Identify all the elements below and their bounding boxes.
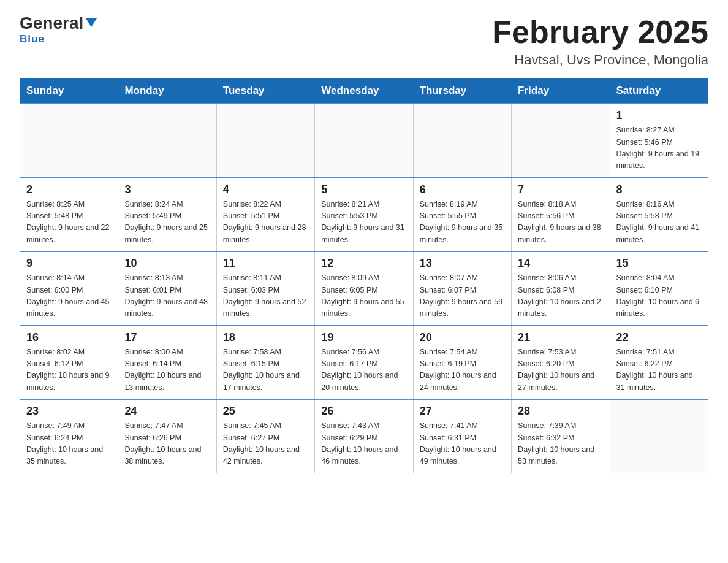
day-number: 15 [616,257,702,270]
day-info: Sunrise: 7:58 AMSunset: 6:15 PMDaylight:… [223,347,308,394]
calendar-cell: 5Sunrise: 8:21 AMSunset: 5:53 PMDaylight… [315,178,413,252]
day-number: 14 [518,257,603,270]
logo-general: General [20,15,83,32]
calendar-cell: 28Sunrise: 7:39 AMSunset: 6:32 PMDayligh… [512,399,610,473]
day-number: 25 [223,405,308,418]
day-info: Sunrise: 8:04 AMSunset: 6:10 PMDaylight:… [616,272,702,320]
day-info: Sunrise: 7:53 AMSunset: 6:20 PMDaylight:… [518,347,603,394]
day-number: 9 [26,257,112,270]
day-info: Sunrise: 8:00 AMSunset: 6:14 PMDaylight:… [124,347,210,394]
calendar-cell: 21Sunrise: 7:53 AMSunset: 6:20 PMDayligh… [512,326,610,400]
calendar-cell [216,104,314,178]
calendar-cell: 23Sunrise: 7:49 AMSunset: 6:24 PMDayligh… [20,399,118,473]
calendar-cell [610,399,708,473]
day-info: Sunrise: 7:56 AMSunset: 6:17 PMDaylight:… [321,347,406,394]
col-friday: Friday [512,79,610,104]
calendar-cell: 19Sunrise: 7:56 AMSunset: 6:17 PMDayligh… [315,326,413,400]
calendar-cell [315,104,413,178]
day-number: 6 [420,183,505,196]
day-info: Sunrise: 8:22 AMSunset: 5:51 PMDaylight:… [223,199,308,247]
day-info: Sunrise: 8:18 AMSunset: 5:56 PMDaylight:… [518,199,603,247]
calendar-cell: 11Sunrise: 8:11 AMSunset: 6:03 PMDayligh… [216,251,314,326]
calendar-cell: 13Sunrise: 8:07 AMSunset: 6:07 PMDayligh… [413,251,511,326]
calendar-cell: 15Sunrise: 8:04 AMSunset: 6:10 PMDayligh… [610,251,708,326]
day-number: 27 [420,405,505,418]
calendar-cell: 25Sunrise: 7:45 AMSunset: 6:27 PMDayligh… [216,399,314,473]
day-number: 22 [616,331,702,344]
calendar-cell: 12Sunrise: 8:09 AMSunset: 6:05 PMDayligh… [315,251,413,326]
logo-blue: Blue [20,33,45,45]
calendar-cell: 20Sunrise: 7:54 AMSunset: 6:19 PMDayligh… [413,326,511,400]
day-number: 21 [518,331,603,344]
calendar-cell [20,104,118,178]
calendar-cell: 4Sunrise: 8:22 AMSunset: 5:51 PMDaylight… [216,178,314,252]
calendar-header-row: Sunday Monday Tuesday Wednesday Thursday… [20,79,708,104]
day-number: 28 [518,405,603,418]
day-number: 5 [321,183,406,196]
day-info: Sunrise: 7:54 AMSunset: 6:19 PMDaylight:… [420,347,505,394]
day-info: Sunrise: 8:24 AMSunset: 5:49 PMDaylight:… [124,199,210,247]
calendar-cell: 1Sunrise: 8:27 AMSunset: 5:46 PMDaylight… [610,104,708,178]
day-info: Sunrise: 8:21 AMSunset: 5:53 PMDaylight:… [321,199,406,247]
day-info: Sunrise: 7:43 AMSunset: 6:29 PMDaylight:… [321,420,406,468]
calendar-week-row: 2Sunrise: 8:25 AMSunset: 5:48 PMDaylight… [20,178,708,252]
calendar-subtitle: Havtsal, Uvs Province, Mongolia [492,52,708,68]
calendar-cell [118,104,216,178]
page-header: General Blue February 2025 Havtsal, Uvs … [20,15,708,68]
day-number: 12 [321,257,406,270]
calendar-cell: 8Sunrise: 8:16 AMSunset: 5:58 PMDaylight… [610,178,708,252]
day-info: Sunrise: 8:16 AMSunset: 5:58 PMDaylight:… [616,199,702,247]
calendar-cell: 22Sunrise: 7:51 AMSunset: 6:22 PMDayligh… [610,326,708,400]
calendar-table: Sunday Monday Tuesday Wednesday Thursday… [20,78,708,473]
calendar-week-row: 23Sunrise: 7:49 AMSunset: 6:24 PMDayligh… [20,399,708,473]
day-number: 3 [124,183,210,196]
day-info: Sunrise: 8:19 AMSunset: 5:55 PMDaylight:… [420,199,505,247]
day-number: 24 [124,405,210,418]
day-number: 11 [223,257,308,270]
day-number: 4 [223,183,308,196]
day-info: Sunrise: 8:06 AMSunset: 6:08 PMDaylight:… [518,272,603,320]
day-number: 2 [26,183,112,196]
calendar-cell: 3Sunrise: 8:24 AMSunset: 5:49 PMDaylight… [118,178,216,252]
col-tuesday: Tuesday [216,79,314,104]
day-info: Sunrise: 7:39 AMSunset: 6:32 PMDaylight:… [518,420,603,468]
day-number: 20 [420,331,505,344]
calendar-cell: 9Sunrise: 8:14 AMSunset: 6:00 PMDaylight… [20,251,118,326]
svg-marker-0 [86,18,97,27]
calendar-cell: 2Sunrise: 8:25 AMSunset: 5:48 PMDaylight… [20,178,118,252]
calendar-week-row: 1Sunrise: 8:27 AMSunset: 5:46 PMDaylight… [20,104,708,178]
day-info: Sunrise: 7:41 AMSunset: 6:31 PMDaylight:… [420,420,505,468]
calendar-week-row: 16Sunrise: 8:02 AMSunset: 6:12 PMDayligh… [20,326,708,400]
calendar-cell: 16Sunrise: 8:02 AMSunset: 6:12 PMDayligh… [20,326,118,400]
calendar-title: February 2025 [492,15,708,50]
day-number: 19 [321,331,406,344]
day-info: Sunrise: 8:07 AMSunset: 6:07 PMDaylight:… [420,272,505,320]
day-info: Sunrise: 8:13 AMSunset: 6:01 PMDaylight:… [124,272,210,320]
col-wednesday: Wednesday [315,79,413,104]
day-info: Sunrise: 7:51 AMSunset: 6:22 PMDaylight:… [616,347,702,394]
calendar-cell: 18Sunrise: 7:58 AMSunset: 6:15 PMDayligh… [216,326,314,400]
calendar-cell: 6Sunrise: 8:19 AMSunset: 5:55 PMDaylight… [413,178,511,252]
calendar-cell: 7Sunrise: 8:18 AMSunset: 5:56 PMDaylight… [512,178,610,252]
col-saturday: Saturday [610,79,708,104]
calendar-cell: 14Sunrise: 8:06 AMSunset: 6:08 PMDayligh… [512,251,610,326]
day-number: 16 [26,331,112,344]
day-number: 17 [124,331,210,344]
day-number: 8 [616,183,702,196]
day-info: Sunrise: 7:47 AMSunset: 6:26 PMDaylight:… [124,420,210,468]
calendar-cell: 26Sunrise: 7:43 AMSunset: 6:29 PMDayligh… [315,399,413,473]
day-info: Sunrise: 8:11 AMSunset: 6:03 PMDaylight:… [223,272,308,320]
day-info: Sunrise: 8:14 AMSunset: 6:00 PMDaylight:… [26,272,112,320]
day-info: Sunrise: 7:45 AMSunset: 6:27 PMDaylight:… [223,420,308,468]
col-sunday: Sunday [20,79,118,104]
logo: General Blue [20,15,98,45]
calendar-cell: 17Sunrise: 8:00 AMSunset: 6:14 PMDayligh… [118,326,216,400]
day-number: 13 [420,257,505,270]
day-info: Sunrise: 8:25 AMSunset: 5:48 PMDaylight:… [26,199,112,247]
calendar-cell [413,104,511,178]
day-number: 26 [321,405,406,418]
day-info: Sunrise: 8:27 AMSunset: 5:46 PMDaylight:… [616,124,702,172]
day-number: 1 [616,109,702,122]
title-block: February 2025 Havtsal, Uvs Province, Mon… [492,15,708,68]
calendar-cell: 10Sunrise: 8:13 AMSunset: 6:01 PMDayligh… [118,251,216,326]
